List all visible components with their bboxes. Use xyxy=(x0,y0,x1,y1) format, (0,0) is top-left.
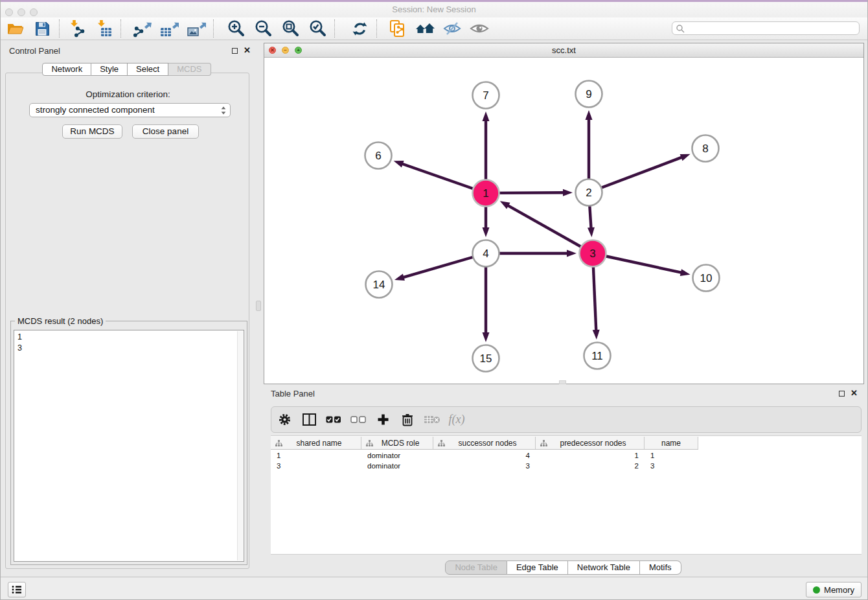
column-header-predecessor-nodes[interactable]: predecessor nodes xyxy=(536,437,645,449)
tab-edge-table[interactable]: Edge Table xyxy=(507,560,568,575)
refresh-icon[interactable] xyxy=(346,18,373,39)
zoom-window-button[interactable] xyxy=(30,8,38,16)
table-row[interactable]: 3dominator323 xyxy=(271,461,698,471)
save-session-icon[interactable] xyxy=(29,18,56,39)
close-window-button[interactable] xyxy=(5,8,13,16)
network-close-button[interactable]: ✕ xyxy=(269,47,276,54)
edge-arrowhead xyxy=(563,189,573,196)
tab-motifs[interactable]: Motifs xyxy=(640,560,681,575)
import-network-icon[interactable] xyxy=(63,18,90,39)
task-history-button[interactable] xyxy=(8,582,26,597)
float-table-panel-icon[interactable] xyxy=(839,391,845,397)
run-mcds-button[interactable]: Run MCDS xyxy=(62,124,122,139)
export-network-icon[interactable] xyxy=(128,18,155,39)
optimization-label: Optimization criterion: xyxy=(6,89,250,99)
table-panel-title: Table Panel xyxy=(271,389,315,398)
memory-label: Memory xyxy=(824,585,854,595)
table-cell[interactable]: dominator xyxy=(361,450,433,461)
zoom-out-icon[interactable] xyxy=(249,18,277,39)
mcds-tab-content: Optimization criterion: strongly connect… xyxy=(5,73,249,569)
table-cell[interactable]: dominator xyxy=(361,461,433,471)
tab-mcds[interactable]: MCDS xyxy=(168,63,211,76)
clone-network-icon[interactable] xyxy=(384,18,411,39)
hide-selected-icon[interactable] xyxy=(439,18,466,39)
close-panel-button[interactable]: Close panel xyxy=(132,124,199,139)
table-cell[interactable]: 1 xyxy=(271,450,361,461)
delete-column-icon[interactable] xyxy=(395,408,420,432)
zoom-fit-icon[interactable] xyxy=(277,18,304,39)
network-window-titlebar[interactable]: ✕ − + scc.txt xyxy=(264,43,863,58)
columns-icon[interactable] xyxy=(297,408,321,432)
toolbar-separator xyxy=(334,19,335,38)
memory-status-icon xyxy=(813,586,820,594)
graph-edge-2-8[interactable] xyxy=(589,157,682,192)
open-session-icon[interactable] xyxy=(1,18,29,39)
table-panel: Table Panel ✕ f(x) shared nameMCDS roles… xyxy=(258,384,868,577)
column-header-name[interactable]: name xyxy=(645,437,698,449)
network-canvas[interactable]: 7968124314101511 xyxy=(264,58,863,384)
memory-button[interactable]: Memory xyxy=(806,582,862,597)
tab-node-table[interactable]: Node Table xyxy=(445,560,507,575)
search-icon xyxy=(676,25,685,33)
optimization-dropdown[interactable]: strongly connected component xyxy=(29,103,231,117)
table-cell[interactable]: 4 xyxy=(433,450,536,461)
table-bottom-line xyxy=(271,554,862,555)
toolbar-separator xyxy=(376,19,377,38)
node-label: 15 xyxy=(480,352,492,365)
edge-arrowhead xyxy=(586,110,593,120)
tab-select[interactable]: Select xyxy=(128,63,168,76)
export-table-icon[interactable] xyxy=(155,18,183,39)
search-input[interactable] xyxy=(688,23,856,34)
panel-splitter-grip[interactable] xyxy=(256,301,261,311)
app-titlebar: Session: New Session xyxy=(0,2,868,17)
table-cell[interactable]: 1 xyxy=(536,450,645,461)
node-label: 2 xyxy=(586,187,591,199)
node-label: 7 xyxy=(483,89,488,102)
toolbar-separator xyxy=(120,19,121,38)
network-minimize-button[interactable]: − xyxy=(282,47,289,54)
edge-arrowhead xyxy=(483,227,490,237)
zoom-selected-icon[interactable] xyxy=(304,18,331,39)
toolbar-separator xyxy=(59,19,60,38)
select-all-icon[interactable] xyxy=(321,408,346,432)
export-image-icon[interactable] xyxy=(183,18,210,39)
tab-network[interactable]: Network xyxy=(42,63,91,76)
close-table-panel-icon[interactable]: ✕ xyxy=(851,390,858,397)
table-row[interactable]: 1dominator411 xyxy=(271,450,698,461)
edge-arrowhead xyxy=(588,227,595,237)
mcds-result-area[interactable]: 1 3 xyxy=(14,330,244,562)
control-panel-title: Control Panel xyxy=(9,46,60,56)
column-header-successor-nodes[interactable]: successor nodes xyxy=(433,437,536,449)
minimize-window-button[interactable] xyxy=(17,8,25,16)
edge-arrowhead xyxy=(394,274,405,281)
search-box[interactable] xyxy=(672,21,860,35)
result-scrollbar[interactable] xyxy=(237,331,243,560)
node-label: 1 xyxy=(483,187,488,200)
float-panel-icon[interactable] xyxy=(232,48,238,54)
deselect-all-icon[interactable] xyxy=(346,408,371,432)
network-maximize-button[interactable]: + xyxy=(295,47,302,54)
table-cell[interactable]: 1 xyxy=(645,450,698,461)
tab-style[interactable]: Style xyxy=(91,63,128,76)
gear-icon[interactable] xyxy=(272,408,297,432)
column-header-MCDS-role[interactable]: MCDS role xyxy=(361,437,433,449)
add-column-icon[interactable] xyxy=(371,408,395,432)
import-table-icon[interactable] xyxy=(90,18,117,39)
column-header-shared-name[interactable]: shared name xyxy=(271,437,361,449)
edge-arrowhead xyxy=(394,161,404,167)
close-panel-icon[interactable]: ✕ xyxy=(244,47,251,54)
table-cell[interactable]: 3 xyxy=(433,461,536,471)
show-all-icon[interactable] xyxy=(466,18,493,39)
table-cell[interactable]: 3 xyxy=(645,461,698,471)
tab-network-table[interactable]: Network Table xyxy=(568,560,640,575)
delete-table-icon xyxy=(420,408,444,432)
table-cell[interactable]: 3 xyxy=(271,461,361,471)
graph-edge-3-1[interactable] xyxy=(507,205,593,253)
table-cell[interactable]: 2 xyxy=(536,461,645,471)
node-label: 14 xyxy=(373,279,385,291)
zoom-in-icon[interactable] xyxy=(222,18,249,39)
toolbar-separator xyxy=(213,19,214,38)
node-label: 8 xyxy=(702,143,708,155)
node-label: 9 xyxy=(586,88,591,100)
first-neighbors-icon[interactable] xyxy=(411,18,439,39)
